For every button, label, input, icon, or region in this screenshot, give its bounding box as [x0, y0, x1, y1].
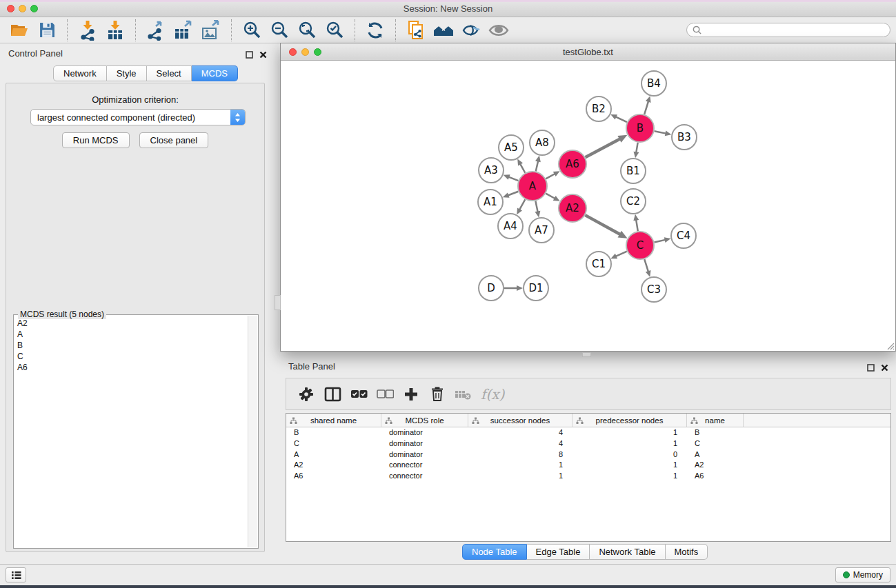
split-columns-button[interactable]	[319, 381, 346, 407]
graph-edge-A-A7[interactable]	[535, 201, 537, 212]
tab-node-table[interactable]: Node Table	[462, 544, 527, 560]
column-header-predecessor-nodes[interactable]: predecessor nodes	[573, 414, 687, 427]
zoom-in-button[interactable]	[238, 19, 266, 42]
table-row[interactable]: A6connector11A6	[286, 471, 890, 482]
zoom-in-icon	[242, 21, 261, 40]
table-row[interactable]: Cdominator41C	[286, 438, 890, 449]
graph-edge-B-B1[interactable]	[636, 143, 637, 153]
mcds-result-scrollbar[interactable]	[248, 316, 257, 547]
style-preview-icon	[461, 21, 481, 39]
tab-network-table[interactable]: Network Table	[590, 544, 665, 560]
deselect-all-button[interactable]	[372, 381, 398, 407]
chevron-up-down-icon	[235, 112, 241, 123]
graph-edge-B-B3[interactable]	[655, 131, 666, 133]
tab-mcds[interactable]: MCDS	[192, 65, 238, 81]
graph-edge-arrowhead	[633, 214, 639, 221]
task-history-button[interactable]	[6, 567, 26, 582]
control-panel-close-button[interactable]	[257, 49, 268, 60]
column-header-shared-name[interactable]: shared name	[286, 414, 381, 427]
close-panel-button[interactable]: Close panel	[139, 132, 209, 148]
table-settings-gear-icon	[298, 386, 315, 403]
search-input[interactable]	[705, 26, 884, 35]
column-header-MCDS-role[interactable]: MCDS role	[381, 414, 468, 427]
graph-node-label: A	[529, 180, 537, 192]
window-resize-grip[interactable]	[885, 341, 895, 350]
export-table-button[interactable]	[170, 19, 197, 42]
memory-button[interactable]: Memory	[835, 567, 890, 582]
criterion-dropdown[interactable]: largest connected component (directed)	[30, 109, 246, 125]
tab-select[interactable]: Select	[147, 65, 192, 81]
node-table[interactable]: shared nameMCDS rolesuccessor nodesprede…	[286, 413, 891, 542]
graph-edge-B-B4[interactable]	[644, 101, 648, 114]
splitpane-handle-left[interactable]	[275, 295, 281, 310]
table-cell: 1	[468, 471, 573, 482]
graph-node-label: B4	[647, 77, 661, 90]
zoom-selected-button[interactable]	[321, 19, 348, 42]
graph-edge-A-A6[interactable]	[546, 174, 555, 179]
delete-column-button[interactable]	[424, 381, 450, 407]
network-from-selection-button[interactable]	[402, 19, 430, 42]
zoom-fit-button[interactable]	[293, 19, 321, 42]
control-panel-title: Control Panel	[8, 48, 63, 59]
app-title: Session: New Session	[0, 3, 896, 14]
graph-edge-C-C1[interactable]	[616, 252, 627, 256]
splitpane-handle-bottom[interactable]	[582, 352, 591, 357]
toolbar-separator	[231, 19, 232, 41]
mcds-result-list[interactable]: A2ABCA6	[15, 318, 247, 547]
tab-motifs[interactable]: Motifs	[666, 544, 708, 560]
close-panel-icon	[881, 364, 888, 372]
table-panel-float-button[interactable]	[865, 362, 876, 373]
network-canvas[interactable]: B4B2BB3A8A5A6A3B1AC2A1A2A4A7CC4C1C3DD1	[281, 61, 895, 351]
select-all-button[interactable]	[346, 381, 372, 407]
export-network-button[interactable]	[142, 19, 170, 42]
open-file-button[interactable]	[6, 19, 33, 42]
graph-edge-C-C4[interactable]	[654, 240, 665, 243]
graph-edge-arrowhead	[517, 285, 523, 291]
table-panel-close-button[interactable]	[879, 362, 890, 373]
graph-edge-C-C3[interactable]	[644, 259, 648, 272]
graph-node-label: B1	[626, 165, 640, 177]
network-from-selection-icon	[406, 20, 426, 41]
mcds-result-item[interactable]: A	[15, 329, 247, 340]
style-preview-button[interactable]	[457, 19, 485, 42]
graph-edge-A2-C[interactable]	[585, 215, 620, 234]
graph-edge-A-A5[interactable]	[520, 164, 525, 173]
zoom-out-button[interactable]	[266, 19, 293, 42]
add-column-button[interactable]	[398, 381, 424, 407]
graph-edge-A-A3[interactable]	[508, 177, 518, 181]
column-header-label: name	[705, 416, 725, 425]
table-settings-button[interactable]	[293, 381, 319, 407]
tab-edge-table[interactable]: Edge Table	[527, 544, 590, 560]
column-header-name[interactable]: name	[687, 414, 744, 427]
import-table-button[interactable]	[101, 19, 129, 42]
tab-style[interactable]: Style	[107, 65, 147, 81]
mcds-result-item[interactable]: B	[15, 340, 247, 351]
mcds-result-item[interactable]: A6	[15, 362, 247, 373]
graph-edge-A-A4[interactable]	[519, 199, 525, 210]
network-graph[interactable]: B4B2BB3A8A5A6A3B1AC2A1A2A4A7CC4C1C3DD1	[281, 61, 895, 351]
graph-edge-B-B2[interactable]	[615, 116, 627, 122]
mcds-result-item[interactable]: A2	[15, 318, 247, 329]
export-image-button[interactable]	[197, 19, 225, 42]
save-session-button[interactable]	[33, 19, 61, 42]
tab-network[interactable]: Network	[53, 65, 107, 81]
import-network-button[interactable]	[74, 19, 101, 42]
table-cell: 1	[573, 438, 687, 449]
graph-edge-A-A1[interactable]	[508, 192, 518, 196]
mcds-result-item[interactable]: C	[15, 351, 247, 362]
graph-edge-A6-B[interactable]	[586, 139, 620, 157]
refresh-layout-button[interactable]	[361, 19, 389, 42]
column-header-successor-nodes[interactable]: successor nodes	[468, 414, 573, 427]
table-row[interactable]: A2connector11A2	[286, 460, 890, 471]
table-row[interactable]: Adominator80A	[286, 449, 890, 460]
graph-edge-A-A8[interactable]	[536, 161, 538, 171]
table-row[interactable]: Bdominator41B	[286, 427, 890, 438]
first-neighbors-button[interactable]	[430, 19, 457, 42]
graph-edge-C-C2[interactable]	[636, 220, 638, 232]
network-window-titlebar[interactable]: testGlobe.txt	[281, 43, 895, 61]
graph-edge-A-A2[interactable]	[546, 194, 555, 199]
search-field[interactable]	[686, 23, 890, 37]
control-panel-float-button[interactable]	[243, 49, 255, 60]
show-hide-button[interactable]	[485, 19, 512, 42]
run-mcds-button[interactable]: Run MCDS	[62, 132, 130, 148]
